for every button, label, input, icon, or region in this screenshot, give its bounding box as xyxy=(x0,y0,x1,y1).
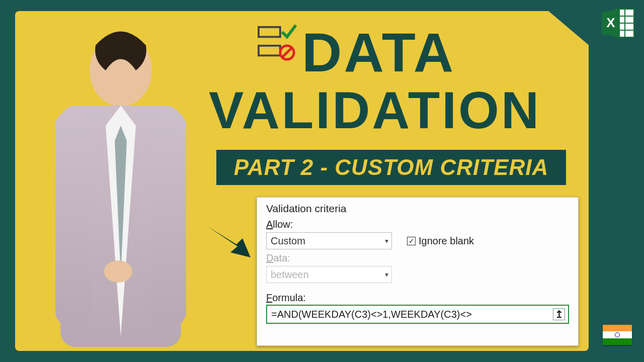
ignore-blank-checkbox[interactable]: ✓ Ignore blank xyxy=(407,235,474,247)
title-line-2: VALIDATION xyxy=(209,80,541,140)
svg-rect-16 xyxy=(55,111,91,327)
data-dropdown: between ▾ xyxy=(266,266,392,283)
svg-point-18 xyxy=(104,260,132,283)
title-line-1: DATA xyxy=(302,20,455,84)
chevron-down-icon: ▾ xyxy=(385,237,388,245)
allow-label: Allow: xyxy=(266,219,569,230)
allow-value: Custom xyxy=(271,235,305,247)
formula-value: =AND(WEEKDAY(C3)<>1,WEEKDAY(C3)<> xyxy=(271,309,472,320)
svg-rect-8 xyxy=(259,27,280,37)
allow-dropdown[interactable]: Custom ▾ xyxy=(266,232,392,249)
validation-dialog: Validation criteria Allow: Custom ▾ ✓ Ig… xyxy=(257,197,579,346)
svg-line-11 xyxy=(282,48,292,57)
chevron-down-icon: ▾ xyxy=(385,270,388,279)
svg-rect-17 xyxy=(151,111,186,327)
presenter-image xyxy=(30,25,211,352)
thumbnail-frame: X DATA VALIDATION PART 2 - CUSTOM CRITER… xyxy=(0,0,644,362)
formula-input[interactable]: =AND(WEEKDAY(C3)<>1,WEEKDAY(C3)<> ↥ xyxy=(266,305,569,324)
data-label: Data: xyxy=(266,252,569,264)
india-flag-icon xyxy=(603,325,632,345)
pointer-arrow-icon xyxy=(202,216,258,272)
svg-text:X: X xyxy=(606,15,615,30)
checkbox-mark: ✓ xyxy=(407,237,416,245)
subtitle-ribbon: PART 2 - CUSTOM CRITERIA xyxy=(216,150,566,185)
data-value: between xyxy=(271,269,309,281)
validation-icon xyxy=(258,24,297,62)
formula-label: Formula: xyxy=(266,292,569,304)
svg-rect-9 xyxy=(259,46,280,55)
subtitle-text: PART 2 - CUSTOM CRITERIA xyxy=(234,155,548,180)
range-picker-button[interactable]: ↥ xyxy=(553,308,565,320)
excel-icon: X xyxy=(601,7,635,39)
dialog-header: Validation criteria xyxy=(266,203,569,215)
